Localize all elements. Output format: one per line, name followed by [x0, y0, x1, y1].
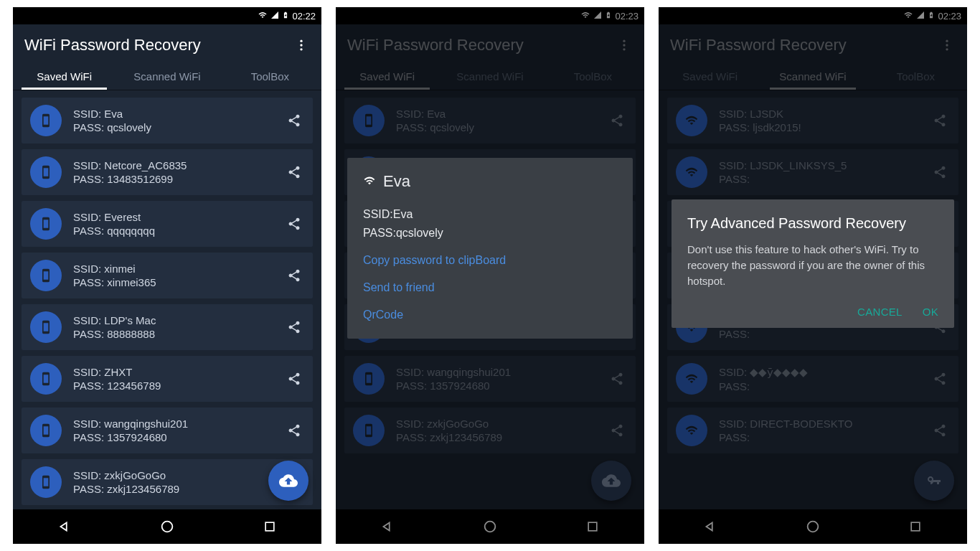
ssid-label: SSID: xinmei: [73, 263, 273, 275]
wifi-row[interactable]: SSID: ZHXTPASS: 123456789: [22, 356, 313, 402]
pass-label: PASS: zxkj123456789: [73, 483, 273, 495]
status-bar: 02:22: [13, 7, 321, 24]
svg-point-2: [300, 48, 302, 50]
phone-icon: [30, 415, 62, 446]
action-send-friend[interactable]: Send to friend: [363, 281, 617, 294]
ssid-label: SSID: ZHXT: [73, 366, 273, 378]
phone-icon: [30, 208, 62, 240]
sheet-title-text: Eva: [383, 172, 410, 191]
action-qrcode[interactable]: QrCode: [363, 309, 617, 321]
screen-saved-wifi: 02:22 WiFi Password Recovery Saved WiFi …: [13, 7, 321, 544]
battery-charging-icon: [282, 10, 289, 22]
ssid-label: SSID: Everest: [73, 211, 273, 223]
share-button[interactable]: [284, 162, 304, 182]
wifi-row[interactable]: SSID: Netcore_AC6835PASS: 13483512699: [22, 149, 313, 195]
recovery-dialog: Try Advanced Password Recovery Don't use…: [672, 199, 954, 328]
wifi-row[interactable]: SSID: xinmeiPASS: xinmei365: [22, 253, 313, 298]
phone-icon: [30, 363, 62, 395]
tab-scanned-wifi[interactable]: Scanned WiFi: [116, 62, 218, 90]
overflow-menu-button[interactable]: [293, 37, 310, 54]
action-copy-clipboard[interactable]: Copy password to clipBoard: [363, 254, 617, 267]
tab-toolbox[interactable]: ToolBox: [219, 62, 321, 90]
share-button[interactable]: [284, 317, 304, 337]
svg-point-1: [300, 44, 302, 46]
share-button[interactable]: [284, 265, 304, 286]
pass-label: PASS: 88888888: [73, 328, 273, 340]
wifi-row[interactable]: SSID: EvaPASS: qcslovely: [22, 98, 313, 143]
dialog-cancel-button[interactable]: CANCEL: [857, 306, 903, 318]
wifi-list[interactable]: SSID: EvaPASS: qcslovelySSID: Netcore_AC…: [13, 90, 321, 509]
nav-back-button[interactable]: [50, 512, 79, 541]
wifi-row[interactable]: SSID: wangqingshui201PASS: 1357924680: [22, 408, 313, 453]
dialog-actions: CANCEL OK: [687, 306, 938, 318]
wifi-row[interactable]: SSID: LDP's MacPASS: 88888888: [22, 304, 313, 350]
screen-scanned-dialog: 02:23 WiFi Password Recovery Saved WiFi …: [659, 7, 967, 544]
signal-icon: [270, 11, 279, 22]
share-button[interactable]: [284, 110, 304, 131]
wifi-icon: [258, 11, 268, 22]
share-button[interactable]: [284, 214, 304, 234]
wifi-row-text: SSID: ZHXTPASS: 123456789: [73, 366, 273, 392]
pass-label: PASS: qcslovely: [73, 121, 273, 133]
svg-point-0: [300, 40, 302, 42]
svg-rect-4: [265, 522, 274, 531]
ssid-label: SSID: zxkjGoGoGo: [73, 469, 273, 481]
ssid-label: SSID: Netcore_AC6835: [73, 159, 273, 171]
wifi-row-text: SSID: EvaPASS: qcslovely: [73, 108, 273, 133]
wifi-row-text: SSID: EverestPASS: qqqqqqqq: [73, 211, 273, 237]
phone-icon: [30, 311, 62, 343]
pass-label: PASS: 13483512699: [73, 173, 273, 185]
share-button[interactable]: [284, 369, 304, 389]
pass-label: PASS: 1357924680: [73, 431, 273, 443]
phone-icon: [30, 156, 62, 188]
ssid-label: SSID: wangqingshui201: [73, 418, 273, 430]
app-bar: WiFi Password Recovery: [13, 24, 321, 62]
nav-home-button[interactable]: [153, 512, 182, 541]
dialog-body: Don't use this feature to hack other's W…: [687, 242, 938, 288]
tab-saved-wifi[interactable]: Saved WiFi: [13, 62, 116, 90]
share-button[interactable]: [284, 420, 304, 441]
wifi-detail-sheet: Eva SSID:Eva PASS:qcslovely Copy passwor…: [347, 158, 633, 339]
ssid-label: SSID: LDP's Mac: [73, 314, 273, 326]
wifi-icon: [363, 172, 376, 191]
fab-upload[interactable]: [268, 461, 308, 501]
nav-bar: [13, 509, 321, 544]
pass-label: PASS: 123456789: [73, 380, 273, 392]
screen-share-sheet: 02:23 WiFi Password Recovery Saved WiFi …: [336, 7, 644, 544]
phone-icon: [30, 466, 62, 498]
nav-recents-button[interactable]: [255, 512, 284, 541]
dialog-title: Try Advanced Password Recovery: [687, 215, 938, 232]
phone-icon: [30, 105, 62, 136]
ssid-label: SSID: Eva: [73, 108, 273, 120]
pass-label: PASS: xinmei365: [73, 276, 273, 288]
sheet-ssid: SSID:Eva: [363, 208, 617, 221]
sheet-pass: PASS:qcslovely: [363, 227, 617, 240]
wifi-row-text: SSID: zxkjGoGoGoPASS: zxkj123456789: [73, 469, 273, 495]
phone-icon: [30, 260, 62, 291]
app-title: WiFi Password Recovery: [24, 36, 201, 55]
dialog-ok-button[interactable]: OK: [923, 306, 938, 318]
wifi-row-text: SSID: xinmeiPASS: xinmei365: [73, 263, 273, 288]
svg-point-3: [162, 522, 173, 532]
wifi-row-text: SSID: wangqingshui201PASS: 1357924680: [73, 418, 273, 443]
wifi-row-text: SSID: LDP's MacPASS: 88888888: [73, 314, 273, 340]
wifi-row-text: SSID: Netcore_AC6835PASS: 13483512699: [73, 159, 273, 185]
pass-label: PASS: qqqqqqqq: [73, 225, 273, 237]
tab-bar: Saved WiFi Scanned WiFi ToolBox: [13, 62, 321, 90]
wifi-row[interactable]: SSID: EverestPASS: qqqqqqqq: [22, 201, 313, 247]
sheet-title: Eva: [363, 172, 617, 191]
status-time: 02:22: [292, 11, 316, 22]
